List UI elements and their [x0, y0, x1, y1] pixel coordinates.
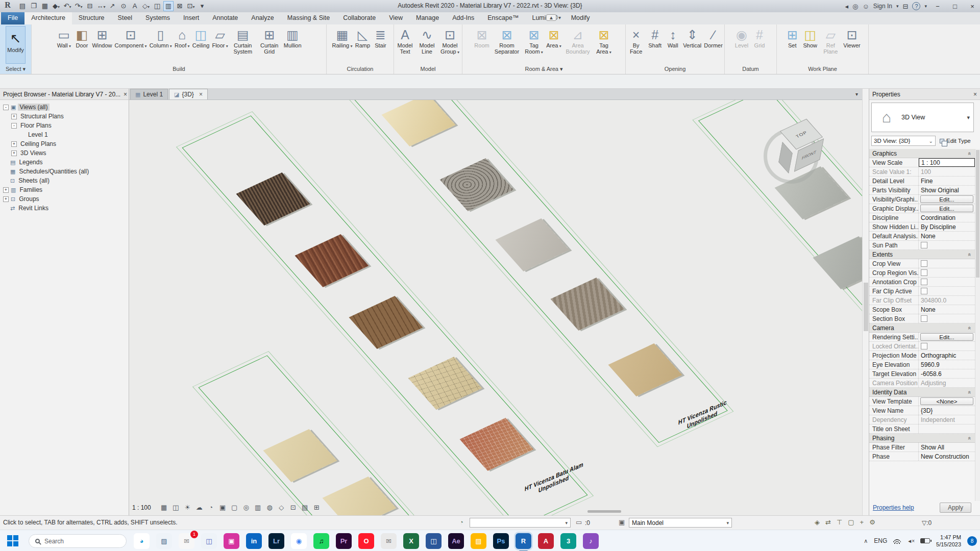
property-row[interactable]: Parts Visibility Show Original [869, 186, 975, 195]
ribbon-button[interactable]: ⊠ Room Separator [491, 26, 523, 55]
property-row[interactable]: Show Hidden Li... By Discipline [869, 222, 975, 232]
view-control-icon[interactable]: ◍ [265, 504, 274, 511]
qat-button-icon[interactable]: A [130, 1, 140, 11]
ribbon-button[interactable]: ⊠ Room [473, 26, 491, 50]
tray-overflow-icon[interactable]: ∧ [864, 538, 868, 544]
qat-button-icon[interactable]: ↗ [107, 1, 117, 11]
properties-close-icon[interactable]: × [970, 91, 977, 98]
property-row[interactable]: Scope Box None [869, 305, 975, 314]
help-dropdown-icon[interactable]: ▾ [924, 4, 927, 9]
property-row[interactable]: View Name {3D} [869, 406, 975, 415]
taskbar-app-icon[interactable]: ♫ [313, 533, 329, 549]
instance-selector[interactable]: 3D View: {3D} ⌄ [871, 136, 936, 146]
vertical-scrollbar[interactable] [862, 89, 869, 515]
status-tool-icon[interactable]: ▢ [848, 518, 854, 526]
ribbon-button[interactable]: ▥ Mullion [283, 26, 303, 50]
battery-icon[interactable] [920, 538, 930, 543]
clock[interactable]: 1:47 PM 5/15/2023 [936, 534, 961, 548]
ribbon-panel-label[interactable]: Datum [725, 66, 776, 74]
tree-item[interactable]: + Structural Plans [0, 112, 129, 121]
view-tab[interactable]: ▦ Level 1 [130, 89, 168, 99]
view-control-icon[interactable]: ▢ [230, 504, 239, 511]
editable-only-icon[interactable]: ▭ [576, 518, 582, 526]
qat-button-icon[interactable]: ▥ [163, 1, 174, 11]
volume-muted-icon[interactable]: ◄× [907, 538, 914, 544]
ribbon-button[interactable]: ◫ Ceiling [191, 26, 211, 50]
tree-expand-icon[interactable]: - [3, 105, 9, 110]
property-row[interactable]: Section Box [869, 314, 975, 323]
status-tool-icon[interactable]: ⚙ [869, 518, 875, 526]
taskbar-app-icon[interactable]: ▣ [224, 533, 239, 549]
view-control-icon[interactable]: ◫ [172, 504, 180, 511]
ribbon-tab[interactable]: Structure [72, 12, 111, 24]
property-row[interactable]: View Template <None> [869, 397, 975, 406]
taskbar-app-icon[interactable]: R [516, 533, 531, 549]
project-browser-header[interactable]: Project Browser - Material Library V7 - … [0, 89, 129, 100]
qat-button-icon[interactable]: ⊠ [175, 1, 185, 11]
property-row[interactable]: Eye Elevation 5960.9 [869, 360, 975, 369]
tree-item[interactable]: + ▥ Families [0, 185, 129, 194]
ribbon-button[interactable]: × By Face [626, 26, 646, 55]
ribbon-panel-label[interactable]: Build [32, 66, 326, 74]
ribbon-button[interactable]: ⌂ Roof ▾ [174, 26, 191, 50]
taskbar-app-icon[interactable]: ◕ [134, 533, 150, 549]
property-row[interactable]: Target Elevation -6058.6 [869, 369, 975, 379]
view-tab-close-icon[interactable]: × [199, 91, 203, 98]
worksharing-icon[interactable]: ◔ [459, 518, 463, 526]
properties-header[interactable]: Properties × [869, 89, 980, 100]
property-row[interactable]: Phasing [869, 434, 975, 443]
property-row[interactable]: Scale Value 1: 100 [869, 167, 975, 177]
taskbar-app-icon[interactable]: Lr [268, 533, 284, 549]
ribbon-panel-label[interactable]: Select ▾ [0, 66, 31, 74]
tree-expand-icon[interactable]: + [3, 196, 9, 202]
tree-item[interactable]: + 3D Views [0, 148, 129, 158]
taskbar-app-icon[interactable]: Ps [493, 533, 509, 549]
ribbon-panel-label[interactable]: Work Plane [777, 66, 868, 74]
qat-button-icon[interactable]: ↷▾ [74, 1, 84, 11]
taskbar-app-icon[interactable]: Ae [448, 533, 464, 549]
tree-item[interactable]: ⊡ Sheets (all) [0, 176, 129, 185]
view-control-icon[interactable]: ⊞ [312, 504, 321, 511]
notification-center-badge[interactable]: 8 [967, 536, 977, 546]
qat-button-icon[interactable]: ↔▾ [96, 1, 106, 11]
property-row[interactable]: Graphic Display... Edit... [869, 204, 975, 213]
ribbon-button[interactable]: ⊠ Area ▾ [545, 26, 562, 50]
model-canvas[interactable]: HT Vicenza RusticUnpolished HT Vicenza B… [129, 100, 862, 515]
property-row[interactable]: View Scale 1 : 100 [869, 158, 975, 167]
qat-button-icon[interactable]: ◫ [152, 1, 162, 11]
property-row[interactable]: Phase Filter Show All [869, 443, 975, 452]
property-row[interactable]: Discipline Coordination [869, 213, 975, 222]
qat-button-icon[interactable]: ⊡▾ [186, 1, 196, 11]
windows-start-button[interactable] [7, 535, 18, 546]
instance-dropdown-icon[interactable]: ⌄ [929, 138, 933, 144]
ribbon-button[interactable]: ◺ Ramp [354, 26, 371, 50]
property-row[interactable]: Annotation Crop [869, 278, 975, 287]
view-control-icon[interactable]: ▤ [301, 504, 309, 511]
wifi-icon[interactable] [893, 538, 901, 544]
taskbar-app-icon[interactable]: ▨ [471, 533, 486, 549]
ribbon-panel-label[interactable]: Room & Area ▾ [462, 66, 625, 74]
taskbar-app-icon[interactable]: ✉ [381, 533, 397, 549]
horizontal-scrollbar-thumb[interactable] [587, 510, 621, 513]
type-selector[interactable]: ⌂ 3D View ▾ [871, 103, 974, 132]
ribbon-tab[interactable]: View [382, 12, 409, 24]
view-control-icon[interactable]: ☀ [183, 504, 192, 511]
property-row[interactable]: Title on Sheet [869, 424, 975, 434]
ribbon-button[interactable]: ⊡ Viewer [842, 26, 861, 50]
taskbar-app-icon[interactable]: ◫ [201, 533, 217, 549]
sign-in-button[interactable]: Sign In [873, 3, 892, 10]
taskbar-app-icon[interactable]: ♪ [583, 533, 599, 549]
taskbar-app-icon[interactable]: A [538, 533, 554, 549]
property-row[interactable]: Dependency Independent [869, 415, 975, 424]
property-row[interactable]: Far Clip Offset 304800.0 [869, 296, 975, 305]
tree-item[interactable]: + ⊡ Groups [0, 194, 129, 204]
ribbon-button[interactable]: ▤ Curtain System [230, 26, 256, 55]
apply-button[interactable]: Apply [940, 503, 971, 513]
view-control-icon[interactable]: ◎ [242, 504, 251, 511]
taskbar-app-icon[interactable]: ◉ [291, 533, 307, 549]
tree-item[interactable]: - ▣ Views (all) [0, 103, 129, 112]
property-row[interactable]: Far Clip Active [869, 287, 975, 296]
ribbon-button[interactable]: ▱ Ref Plane [819, 26, 842, 55]
taskbar-app-icon[interactable]: in [246, 533, 262, 549]
filter-icon[interactable]: ▽:0 [922, 519, 932, 527]
